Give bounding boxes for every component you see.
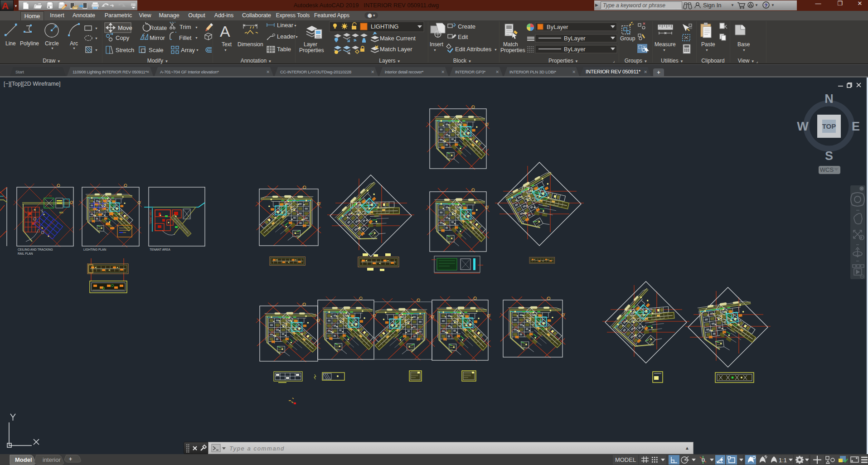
svg-text:Base: Base (737, 41, 750, 48)
svg-text:▼: ▼ (195, 26, 198, 29)
svg-text:▼: ▼ (771, 3, 775, 7)
svg-text:AV: AV (48, 194, 52, 197)
svg-text:Create: Create (458, 23, 475, 30)
svg-text:Match Layer: Match Layer (380, 46, 412, 53)
svg-text:?: ? (765, 3, 768, 8)
svg-text:Move: Move (118, 24, 132, 31)
svg-text:Fillet: Fillet (179, 34, 192, 41)
svg-text:▼: ▼ (295, 35, 298, 39)
svg-text:Text: Text (222, 41, 232, 48)
svg-text:Trim: Trim (179, 24, 191, 30)
svg-text:E: E (852, 120, 860, 133)
svg-text:LIGHTING PLAN: LIGHTING PLAN (83, 248, 106, 251)
svg-text:Line: Line (5, 40, 16, 47)
svg-text:interior: interior (43, 456, 61, 463)
svg-text:N: N (824, 92, 834, 106)
svg-text:W: W (797, 120, 809, 133)
svg-text:CEILING AND TRACKING: CEILING AND TRACKING (18, 248, 53, 251)
svg-text:▼: ▼ (294, 24, 297, 27)
svg-text:TENANT AREA: TENANT AREA (150, 248, 170, 251)
svg-text:Paste: Paste (701, 41, 715, 48)
svg-text:Rotate: Rotate (150, 24, 167, 31)
svg-text:Properties: Properties (500, 47, 525, 53)
svg-text:▼: ▼ (95, 37, 98, 40)
svg-text:Polyline: Polyline (20, 40, 39, 47)
svg-text:Layer: Layer (304, 41, 317, 48)
svg-text:▼: ▼ (742, 48, 746, 52)
svg-text:ByLayer: ByLayer (547, 24, 568, 30)
svg-text:▼: ▼ (73, 47, 76, 50)
svg-text:Arc: Arc (70, 40, 78, 47)
svg-text:Make Current: Make Current (380, 35, 416, 42)
svg-text:Dimension: Dimension (238, 41, 263, 48)
svg-text:WCS: WCS (820, 166, 834, 173)
svg-text:Scale: Scale (149, 47, 164, 53)
svg-text:ByLayer: ByLayer (564, 46, 586, 53)
svg-text:Mirror: Mirror (150, 34, 165, 41)
svg-text:▼: ▼ (224, 48, 227, 52)
svg-text:Leader: Leader (277, 33, 296, 40)
svg-text:Edit Attributes: Edit Attributes (455, 46, 492, 53)
svg-text:S: S (825, 149, 833, 163)
svg-text:Copy: Copy (116, 34, 130, 41)
svg-text:Insert: Insert (430, 41, 444, 48)
svg-text:Match: Match (503, 41, 518, 48)
svg-text:MIX: MIX (59, 211, 64, 214)
svg-text:▼: ▼ (95, 27, 98, 30)
svg-text:Model: Model (15, 456, 32, 463)
svg-text:▼: ▼ (705, 48, 708, 52)
svg-text:Sign In: Sign In (703, 2, 721, 9)
svg-text:▼: ▼ (95, 48, 98, 52)
svg-text:Circle: Circle (45, 40, 59, 47)
svg-text:LIGHTING: LIGHTING (371, 23, 398, 30)
svg-text:Properties: Properties (299, 47, 324, 53)
svg-text:Linear: Linear (277, 22, 294, 29)
svg-text:Group: Group (620, 35, 635, 42)
svg-text:▼: ▼ (51, 47, 54, 50)
svg-text:Stretch: Stretch (116, 47, 134, 53)
svg-text:Edit: Edit (458, 34, 468, 40)
svg-text:A: A (220, 23, 230, 40)
svg-text:▼: ▼ (195, 36, 198, 39)
svg-text:Array: Array (181, 47, 195, 53)
svg-text:TENANT AREA: TENANT AREA (150, 210, 152, 224)
svg-text:▼: ▼ (663, 48, 666, 52)
svg-text:▼: ▼ (196, 48, 199, 52)
svg-text:ByLayer: ByLayer (564, 35, 586, 42)
svg-text:+: + (69, 456, 72, 462)
svg-text:▼: ▼ (433, 48, 436, 52)
svg-text:TOP: TOP (822, 122, 836, 130)
svg-text:Table: Table (277, 46, 291, 53)
svg-text:RAIL PLAN: RAIL PLAN (18, 252, 33, 255)
svg-text:▼: ▼ (755, 3, 758, 7)
svg-text:1:1: 1:1 (779, 457, 787, 464)
svg-text:▼: ▼ (731, 3, 734, 7)
svg-text:Measure: Measure (655, 41, 676, 48)
svg-text:▼: ▼ (494, 48, 497, 51)
